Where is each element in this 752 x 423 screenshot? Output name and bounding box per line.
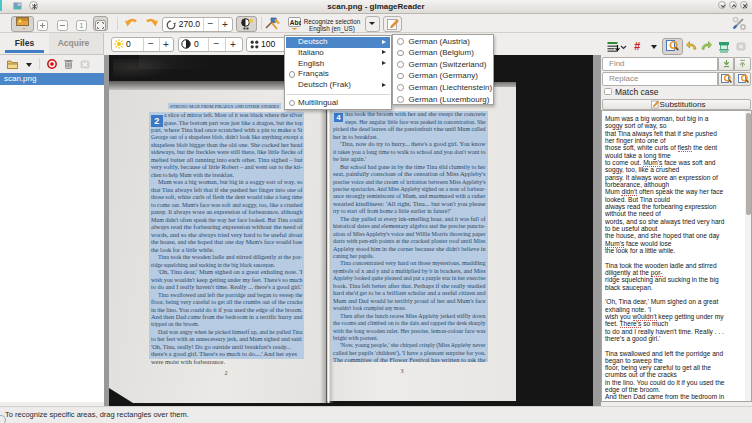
svg-text:precise spectacles. And Miss A: precise spectacles. And Miss Appleby sig… — [333, 185, 486, 192]
svg-text:were moist with forbearance.: were moist with forbearance. — [151, 358, 225, 365]
svg-text:the house, and she hoped that: the house, and she hoped that one day Mu… — [151, 238, 303, 245]
svg-text:in the lino. You could do it i: in the lino. You could do it if you used… — [151, 306, 303, 313]
svg-text:hard she'd get to be a brillia: hard she'd get to be a brilliant scholar… — [333, 289, 486, 296]
svg-text:the look for a little while.: the look for a little while. — [151, 246, 214, 253]
svg-text:wouldn't look crumpled any mor: wouldn't look crumpled any more. — [333, 304, 406, 311]
svg-text:words, and so she always tried: words, and so she always tried very hard… — [151, 231, 303, 238]
svg-text:ation of Miss Appleby's voice: ation of Miss Appleby's voice and Willie… — [333, 230, 486, 237]
svg-text:try to start off from home a l: try to start off from home a little earl… — [333, 207, 451, 214]
svg-text:Mum was a big woman, but big i: Mum was a big woman, but big in a soggy … — [158, 178, 303, 185]
svg-text:sideways, but the freckles wer: sideways, but the freckles were still th… — [151, 148, 303, 155]
svg-text:The day pulled at every ink-sm: The day pulled at every ink-smelling hou… — [340, 215, 486, 222]
svg-text:And then Dad came from the bed: And then Dad came from the bedroom in a … — [151, 313, 303, 320]
svg-text:that Tina always felt that if: that Tina always felt that if she pushed… — [151, 186, 303, 193]
svg-text:very softly, because of little: very softly, because of little Robert – … — [151, 163, 303, 170]
svg-text:precise voice and the cream of: precise voice and the cream of irritatio… — [333, 178, 486, 185]
svg-text:The committee of the Flower Fe: The committee of the Flower Festival has… — [333, 356, 486, 363]
svg-text:chen to help Mum with the brea: chen to help Mum with the breakfast. — [151, 171, 234, 178]
svg-text:ance strongly reminiscent of M: ance strongly reminiscent of Mum, and mu… — [333, 192, 486, 199]
svg-text:George out of a shapeless blob: George out of a shapeless blob, didn't l… — [151, 133, 303, 140]
svg-text:the rooms and climbed on to th: the rooms and climbed on to the dais and… — [333, 319, 486, 326]
svg-text:'Oh, Tina, really! Do go outsi: 'Oh, Tina, really! Do go outside until b… — [151, 343, 291, 350]
svg-text:historical dates and elementar: historical dates and elementary algebra … — [333, 222, 486, 229]
svg-text:Mum and Dad would be terribly: Mum and Dad would be terribly proud of h… — [333, 297, 486, 304]
svg-text:her in to breakfast.: her in to breakfast. — [333, 133, 378, 140]
svg-text:to do and I really haven't tim: to do and I really haven't time. Really … — [151, 283, 303, 290]
svg-text:Tina swallowed and left the po: Tina swallowed and left the porridge and… — [158, 291, 303, 298]
svg-text:a slice of mirror left. Most o: a slice of mirror left. Most of it was b… — [164, 112, 303, 118]
svg-text:wearied kindliness: 'All right: wearied kindliness: 'All right, Tina... … — [333, 200, 486, 207]
svg-text:Then after the lunch recess Mi: Then after the lunch recess Miss Appleby… — [340, 312, 486, 319]
svg-text:Dad was angry when he picked h: Dad was angry when he picked himself up,… — [158, 328, 303, 335]
svg-text:seat, painfully conscious of t: seat, painfully conscious of the censati… — [333, 170, 486, 177]
svg-text:tripped on the broom.: tripped on the broom. — [151, 320, 199, 327]
svg-text:part, where Tina had once scra: part, where Tina had once scratched with… — [151, 126, 303, 133]
svg-text:bright with portent.: bright with portent. — [333, 334, 378, 341]
svg-text:Mum didn't often speak the way: Mum didn't often speak the way her face … — [151, 216, 303, 223]
svg-text:Appleby stood him in the corne: Appleby stood him in the corner because … — [333, 245, 486, 252]
svg-text:darts with pen-nib points at t: darts with pen-nib points at the cracked… — [333, 237, 486, 244]
svg-text:Tina concentrated very hard on: Tina concentrated very hard on those mys… — [340, 259, 486, 266]
svg-text:floor, being very careful to g: floor, being very careful to get all the… — [151, 298, 303, 305]
svg-text:ina took the broom with her an: ina took the broom with her and she swep… — [345, 111, 486, 117]
svg-text:Appleby looked quite pleased a: Appleby looked quite pleased and put a p… — [333, 274, 486, 281]
svg-text:book. Tina felt better after t: book. Tina felt better after that. Perha… — [333, 282, 486, 289]
svg-text:to her feet with an unnecessar: to her feet with an unnecessary jerk, an… — [151, 335, 303, 342]
svg-text:gone. The bottom part was just: gone. The bottom part was just like a dr… — [164, 119, 303, 126]
svg-text:But school had gone in by the: But school had gone in by the time Tina … — [340, 163, 486, 170]
svg-text:pansy. It always wore an expre: pansy. It always wore an expression of f… — [151, 208, 303, 215]
svg-text:picked the dead leaves off the: picked the dead leaves off the passionfr… — [333, 125, 486, 132]
svg-text:always read the forbearing exp: always read the forbearing expression wi… — [151, 223, 303, 230]
svg-text:it takes you a long time to wa: it takes you a long time to walk to scho… — [333, 148, 486, 155]
svg-text:caning her pupils.: caning her pupils. — [333, 252, 374, 259]
svg-text:shapeless blob bigger than the: shapeless blob bigger than the old one. … — [151, 141, 303, 148]
svg-text:with the long wooden ruler. He: with the long wooden ruler. Her precise,… — [333, 327, 486, 334]
svg-text:to come out. Mum's face was so: to come out. Mum's face was soft and sog… — [151, 201, 303, 208]
svg-text:steps. Her angular little face: steps. Her angular little face was peake… — [345, 118, 486, 125]
svg-text:be late again.': be late again.' — [333, 155, 366, 162]
svg-text:there's a good girl. There's s: there's a good girl. There's so much to … — [151, 350, 297, 357]
svg-text:melted butter all running into: melted butter all running into each othe… — [151, 156, 303, 163]
svg-text:STRONG-MAN FROM PIRAEUS AND OT: STRONG-MAN FROM PIRAEUS AND OTHER STORIE… — [170, 103, 279, 108]
svg-text:symbols of x and y and a multi: symbols of x and y and a multiplied by b… — [333, 267, 486, 274]
svg-text:those soft, white curls of fle: those soft, white curls of flesh the den… — [151, 193, 303, 200]
svg-text:Tina took the wooden ladle and: Tina took the wooden ladle and stirred d… — [158, 253, 303, 260]
svg-text:'Tina, now do try to hurry...: 'Tina, now do try to hurry... there's a … — [340, 140, 486, 147]
svg-text:ridge squelching and sucking i: ridge squelching and sucking in the big … — [151, 261, 275, 268]
svg-text:1: 1 — [80, 22, 84, 29]
svg-text:wish you wouldn't keep getting: wish you wouldn't keep getting under my … — [151, 276, 303, 283]
svg-text:Abc: Abc — [290, 18, 301, 25]
svg-text:'Oh, Tina dear,' Mum sighed on: 'Oh, Tina dear,' Mum sighed on a great e… — [158, 268, 303, 275]
